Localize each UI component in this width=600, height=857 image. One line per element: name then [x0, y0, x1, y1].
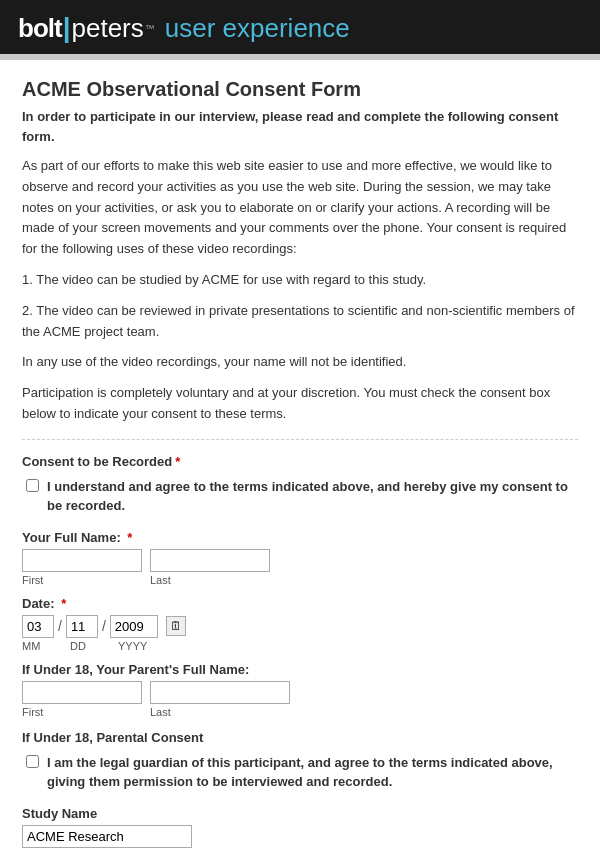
name-fields: First Last [22, 549, 578, 586]
date-mm-wrap [22, 615, 54, 638]
para2: In any use of the video recordings, your… [22, 352, 578, 373]
page-title: ACME Observational Consent Form [22, 78, 578, 101]
main-content: ACME Observational Consent Form In order… [0, 60, 600, 857]
required-star: * [175, 454, 180, 469]
logo-peters: peters [72, 13, 144, 44]
last-name-wrap: Last [150, 549, 270, 586]
parent-first-input[interactable] [22, 681, 142, 704]
point2: 2. The video can be reviewed in private … [22, 301, 578, 343]
required-star-name: * [124, 530, 133, 545]
parental-checkbox-row: I am the legal guardian of this particip… [22, 753, 578, 796]
parent-first-wrap: First [22, 681, 142, 718]
parental-consent-checkbox[interactable] [26, 755, 39, 768]
date-sep-1: / [58, 618, 62, 634]
parental-consent-section: If Under 18, Parental Consent I am the l… [22, 730, 578, 796]
parent-first-label: First [22, 706, 142, 718]
consent-checkbox-row: I understand and agree to the terms indi… [22, 477, 578, 520]
parent-last-wrap: Last [150, 681, 290, 718]
logo-trademark: ™ [145, 23, 155, 34]
first-name-input[interactable] [22, 549, 142, 572]
study-name-input[interactable] [22, 825, 192, 848]
parent-name-label: If Under 18, Your Parent's Full Name: [22, 662, 578, 677]
header: bolt | peters ™ user experience [0, 0, 600, 54]
date-label: Date: * [22, 596, 578, 611]
parental-consent-label: If Under 18, Parental Consent [22, 730, 578, 745]
intro-bold-text: In order to participate in our interview… [22, 107, 578, 146]
consent-checkbox-label[interactable]: I understand and agree to the terms indi… [47, 477, 578, 516]
date-yyyy-input[interactable] [110, 615, 158, 638]
study-name-label: Study Name [22, 806, 578, 821]
date-fields: / / 🗓 [22, 615, 186, 638]
logo-pipe: | [63, 12, 71, 44]
date-yyyy-wrap [110, 615, 158, 638]
last-label: Last [150, 574, 270, 586]
last-name-input[interactable] [150, 549, 270, 572]
full-name-label: Your Full Name: * [22, 530, 578, 545]
date-mm-input[interactable] [22, 615, 54, 638]
full-name-section: Your Full Name: * First Last [22, 530, 578, 586]
section-divider [22, 439, 578, 440]
parent-last-label: Last [150, 706, 290, 718]
consent-section-label: Consent to be Recorded* [22, 454, 578, 469]
date-section: Date: * / / 🗓 [22, 596, 578, 652]
yyyy-label: YYYY [118, 640, 166, 652]
date-sep-2: / [102, 618, 106, 634]
logo-bolt: bolt [18, 13, 62, 44]
parent-last-input[interactable] [150, 681, 290, 704]
parental-checkbox-label[interactable]: I am the legal guardian of this particip… [47, 753, 578, 792]
dd-label: DD [70, 640, 102, 652]
first-label: First [22, 574, 142, 586]
parent-name-fields: First Last [22, 681, 578, 718]
first-name-wrap: First [22, 549, 142, 586]
required-star-date: * [58, 596, 67, 611]
logo-ux: user experience [165, 13, 350, 44]
date-dd-input[interactable] [66, 615, 98, 638]
consent-checkbox[interactable] [26, 479, 39, 492]
study-name-section: Study Name [22, 806, 578, 848]
consent-section: Consent to be Recorded* I understand and… [22, 454, 578, 520]
date-dd-wrap [66, 615, 98, 638]
para3: Participation is completely voluntary an… [22, 383, 578, 425]
intro-para1: As part of our efforts to make this web … [22, 156, 578, 260]
mm-label: MM [22, 640, 54, 652]
point1: 1. The video can be studied by ACME for … [22, 270, 578, 291]
parent-name-section: If Under 18, Your Parent's Full Name: Fi… [22, 662, 578, 718]
calendar-icon[interactable]: 🗓 [166, 616, 186, 636]
